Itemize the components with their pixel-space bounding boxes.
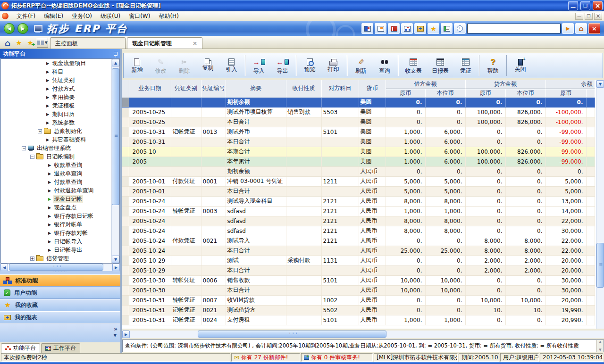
tree-item[interactable]: ▶银行对帐单 (1, 220, 111, 229)
tree-vertical-scrollbar[interactable]: ▲ ▼ (111, 59, 119, 263)
close-button[interactable] (593, 1, 603, 10)
expand-icon[interactable]: + (38, 129, 42, 133)
table-row[interactable]: 2005-10-24付款凭证0021测试导入2121人民币0.0.8,000.8… (122, 236, 595, 246)
tree-item[interactable]: ▶系统参数 (1, 118, 111, 127)
toolbar-report-button[interactable]: 收支表 (400, 54, 427, 77)
toolbar-print-button[interactable]: 打印 (322, 54, 345, 77)
exit-button[interactable] (588, 23, 600, 34)
col-header-type[interactable]: 凭证类别 (171, 80, 201, 97)
expand-icon[interactable]: + (30, 256, 34, 261)
mdi-minimize-button[interactable] (575, 13, 583, 20)
table-horizontal-scrollbar[interactable]: ◀ ▶ (122, 331, 604, 338)
mdi-restore-button[interactable] (585, 13, 593, 20)
tab-close-icon[interactable]: × (193, 38, 197, 49)
tree-horizontal-scrollbar[interactable]: ◀ ▶ (0, 264, 120, 271)
toolbar-voucher-button[interactable]: 凭证 (454, 54, 477, 77)
scroll-down-icon[interactable]: ▼ (596, 80, 604, 88)
minimize-button[interactable] (568, 1, 578, 10)
tab-active[interactable]: 现金日记帐管理× (127, 37, 202, 49)
sidebar-panel-report[interactable]: 我的报表 (0, 311, 120, 323)
table-row[interactable]: 2005-10-24sdfasd2121人民币8,000.8,000.0.0.2… (122, 216, 595, 226)
tree-item[interactable]: ▶收款单查询 (1, 161, 111, 169)
home-icon[interactable]: ⌂ (3, 38, 12, 48)
table-row[interactable]: 2005-10-30转帐凭证0006销售收款5101人民币10,000.10,0… (122, 275, 595, 285)
sidebar-splitter[interactable]: ········· (0, 271, 120, 274)
toolbar-copy-button[interactable]: 复制 (196, 54, 219, 77)
table-row[interactable]: 2005-10-25测试外币项目核算销售到款5503美圆0.0.100,000.… (122, 107, 595, 117)
menu-item[interactable]: 级联(U) (96, 11, 125, 21)
table-row[interactable]: 2005-10-24转帐凭证0003sdfasd2121人民币1,000.1,0… (122, 206, 595, 216)
table-row[interactable]: 2005-10-31记帐凭证0021测试借贷方5502人民币0.0.10.10.… (122, 305, 595, 315)
toolbar-daily-button[interactable]: 日报表 (427, 54, 453, 77)
menu-item[interactable]: 业务(O) (67, 11, 96, 21)
table-row[interactable]: 2005-10-30本日合计人民币10,000.10,000.0.0.30,00… (122, 285, 595, 295)
scroll-down-icon[interactable]: ▼ (112, 256, 119, 263)
add-favorite-icon[interactable]: ★+ (25, 38, 35, 48)
tree-item[interactable]: ▶现金流量项目 (1, 59, 111, 67)
table-row[interactable]: 期初余额美圆0.0.0.0.0. (122, 97, 595, 107)
tree-item[interactable]: +信贷管理 (1, 254, 111, 263)
table-row[interactable]: 2005-10-31记帐凭证0013测试外币5101美圆1,000.6,000.… (122, 127, 595, 137)
tree-item[interactable]: ▶日记帐导出 (1, 246, 111, 254)
tree-item[interactable]: ▶现金日记帐 (1, 195, 111, 203)
tree-item[interactable]: +总账初始化 (1, 127, 111, 135)
collapse-icon[interactable]: − (22, 146, 26, 150)
scroll-thumb[interactable] (198, 331, 386, 338)
table-row[interactable]: 2005-10-01本日合计人民币5,000.5,000.0.0.5,000. (122, 186, 595, 196)
status-mail[interactable]: 你有 27 份新邮件! (231, 353, 300, 362)
tree-item[interactable]: ▶其它基础资料 (1, 135, 111, 144)
quick-search-input[interactable] (467, 24, 561, 33)
pin-icon[interactable] (114, 52, 117, 56)
col-group-debit[interactable]: 借方金额 (386, 80, 465, 89)
table-row[interactable]: 期初余额人民币0.0.0.0.0. (122, 166, 595, 176)
menu-item[interactable]: 帮助(H) (154, 11, 183, 21)
platform-tab[interactable]: 功能平台 (1, 343, 40, 353)
col-header-date[interactable]: 业务日期 (129, 80, 171, 97)
sidebar-panel-star[interactable]: 我的收藏 (0, 299, 120, 311)
toolbar-refresh-button[interactable]: 刷新 (349, 54, 372, 77)
favorite-one-button[interactable] (428, 23, 439, 34)
table-vertical-scrollbar[interactable]: ▲ ▼ (596, 80, 604, 329)
scroll-right-icon[interactable]: ▶ (112, 264, 120, 271)
address-book-button[interactable] (388, 23, 400, 34)
scroll-up-icon[interactable]: ▲ (112, 59, 119, 66)
scroll-thumb[interactable] (9, 264, 103, 271)
tree-item[interactable]: ▶付款单查询 (1, 178, 111, 186)
tree-item[interactable]: ▶期间日历 (1, 110, 111, 118)
toolbar-pull-button[interactable]: 引入 (220, 54, 243, 77)
col-header-debit-base[interactable]: 本位币 (425, 89, 465, 97)
table-row[interactable]: 2005-10-25本日合计美圆0.0.100,000.826,000.-100… (122, 117, 595, 127)
tree-item[interactable]: ▶常用摘要 (1, 93, 111, 101)
table-row[interactable]: 2005-10-31记帐凭证0024支付房租5101人民币1,000.1,000… (122, 315, 595, 325)
tab-list-button[interactable]: ▼ (37, 38, 48, 48)
home-button[interactable] (575, 23, 587, 34)
chevron-down-icon[interactable]: ▼ (114, 333, 117, 338)
tree-item[interactable]: ▶凭证模板 (1, 101, 111, 110)
run-button[interactable] (562, 23, 574, 34)
tree-item[interactable]: ▶日记帐导入 (1, 237, 111, 246)
sidebar-panel-check[interactable]: 用户功能 (0, 287, 120, 299)
doc-open-button[interactable] (375, 23, 386, 34)
tab-inactive[interactable]: 主控面板 (50, 37, 126, 49)
table-row[interactable]: 2005-10-01付款凭证0001冲销 03-0001 号凭证1211人民币5… (122, 176, 595, 186)
col-header-nature[interactable]: 收付性质 (286, 80, 321, 97)
tree-item[interactable]: −出纳管理系统 (1, 144, 111, 152)
tree-item[interactable]: −日记帐编制 (1, 152, 111, 161)
main-panel-button[interactable] (361, 23, 373, 34)
contacts-button[interactable] (441, 23, 453, 34)
tree-item[interactable]: ▶凭证类别 (1, 76, 111, 84)
favorites-icon[interactable]: ★ (14, 38, 24, 48)
scroll-thumb[interactable] (112, 68, 119, 205)
tree-item[interactable]: ▶退款单查询 (1, 169, 111, 178)
query-scrollbar[interactable]: ▲▼ (596, 340, 604, 352)
tree-item[interactable]: ▶现金盘点 (1, 203, 111, 212)
menu-item[interactable]: 文件(F) (12, 11, 40, 21)
toolbar-import-button[interactable]: 导入 (247, 54, 270, 77)
tree-item[interactable]: ▶银行存款对帐 (1, 229, 111, 237)
table-row[interactable]: 2005本年累计美圆1,000.6,000.100,000.826,000.-9… (122, 157, 595, 166)
status-audit[interactable]: 你有 0 件审核事务! (301, 353, 373, 362)
table-row[interactable]: 2005-10本期合计美圆1,000.6,000.100,000.826,000… (122, 147, 595, 157)
table-row[interactable]: 2005-10-24测试导入现金科目2121人民币8,000.8,000.0.0… (122, 196, 595, 206)
col-group-balance[interactable]: 余额 (545, 80, 595, 89)
toolbar-new-button[interactable]: 新增 (126, 54, 149, 77)
